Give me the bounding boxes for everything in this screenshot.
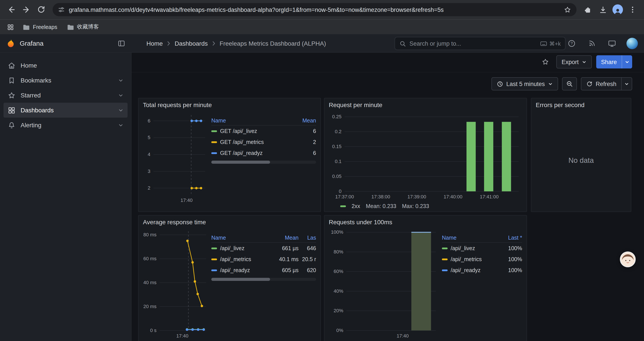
request-per-minute-chart[interactable]: 00.050.10.150.20.2517:37:0017:38:0017:39… — [329, 112, 522, 200]
breadcrumb-separator-icon — [212, 41, 216, 46]
legend-series[interactable]: /api/_metrics — [442, 254, 502, 265]
sidebar-item-bookmarks[interactable]: Bookmarks — [4, 73, 128, 88]
panel-title[interactable]: Errors per second — [531, 98, 631, 108]
no-data-message: No data — [536, 112, 626, 209]
under-100ms-chart[interactable]: 100%80%60%40%20%0%17:40 — [329, 229, 439, 339]
svg-text:0 s: 0 s — [150, 327, 156, 333]
svg-text:17:40: 17:40 — [397, 333, 409, 338]
legend-header-mean[interactable]: Mean — [274, 233, 298, 243]
back-button[interactable] — [4, 3, 18, 17]
kebab-menu-icon — [629, 6, 636, 14]
legend-series[interactable]: /api/_metrics — [211, 254, 274, 265]
average-response-chart[interactable]: 80 ms60 ms40 ms20 ms0 s17:40 — [143, 229, 209, 339]
breadcrumb-separator-icon — [167, 41, 171, 46]
legend-table: Name Mean GET /api/_livez 6 GET /api/_me… — [209, 116, 316, 209]
svg-text:60 ms: 60 ms — [143, 256, 156, 261]
legend-scrollbar[interactable] — [211, 161, 316, 164]
scrollbar-thumb[interactable] — [211, 278, 270, 281]
news-button[interactable] — [585, 37, 598, 50]
panel-title[interactable]: Requests under 100ms — [324, 215, 526, 226]
assistant-avatar[interactable] — [620, 251, 636, 267]
legend-mean-value: 661 µs — [274, 243, 298, 254]
svg-text:0.25: 0.25 — [332, 114, 342, 119]
star-outline-icon — [542, 58, 549, 66]
help-icon: ? — [568, 39, 576, 47]
series-swatch — [442, 269, 448, 271]
share-button[interactable]: Share — [596, 55, 622, 69]
profile-avatar — [612, 5, 623, 15]
legend-header-name[interactable]: Name — [442, 233, 502, 243]
collapse-sidebar-button[interactable] — [118, 39, 126, 47]
svg-text:?: ? — [570, 41, 573, 46]
share-button-group: Share — [596, 55, 632, 69]
legend-header-last[interactable]: Last * — [502, 233, 522, 243]
zoom-out-icon — [566, 80, 573, 87]
menu-button[interactable] — [626, 3, 640, 17]
panel-title[interactable]: Total requests per minute — [138, 98, 320, 108]
series-swatch — [211, 130, 217, 132]
legend-header-name[interactable]: Name — [211, 116, 296, 126]
legend-series[interactable]: GET /api/_readyz — [211, 147, 296, 158]
chevron-down-icon[interactable] — [118, 78, 124, 83]
legend-header-name[interactable]: Name — [211, 233, 274, 243]
chevron-down-icon[interactable] — [118, 107, 124, 113]
panel-title[interactable]: Average response time — [138, 215, 320, 226]
legend-mean: Mean: 0.233 — [366, 203, 396, 209]
back-icon — [7, 5, 16, 14]
legend-series[interactable]: 2xx — [352, 203, 360, 209]
share-menu-caret[interactable] — [622, 55, 632, 69]
series-swatch — [211, 269, 217, 271]
series-swatch — [211, 152, 217, 154]
keyboard-icon — [540, 41, 547, 46]
zoom-out-button[interactable] — [562, 77, 577, 90]
svg-text:17:39:00: 17:39:00 — [408, 194, 426, 199]
forward-button[interactable] — [19, 3, 33, 17]
sidebar-item-label: Starred — [20, 92, 41, 99]
apps-grid-icon[interactable] — [4, 21, 17, 33]
legend-header-last[interactable]: Las — [298, 233, 316, 243]
chevron-down-icon[interactable] — [118, 92, 124, 98]
search-input[interactable]: Search or jump to... ⌘+k — [394, 37, 566, 50]
help-button[interactable]: ? — [565, 37, 578, 50]
org-profile-button[interactable] — [626, 37, 639, 50]
profile-button[interactable] — [611, 3, 625, 17]
export-button[interactable]: Export — [556, 55, 592, 69]
time-range-picker[interactable]: Last 5 minutes — [492, 77, 558, 90]
legend-series[interactable]: GET /api/_metrics — [211, 137, 296, 147]
breadcrumb-home[interactable]: Home — [146, 40, 163, 47]
scrollbar-thumb[interactable] — [211, 161, 270, 164]
divider — [132, 72, 644, 72]
grafana-logo — [6, 39, 15, 48]
bookmarks-bar: Freeleaps 收藏博客 — [0, 19, 644, 34]
reload-button[interactable] — [34, 3, 48, 17]
url-bar[interactable]: grafana.mathmast.com/d/deytv4rwavabkb/fr… — [52, 3, 576, 16]
extensions-button[interactable] — [581, 3, 595, 17]
legend-series[interactable]: /api/_livez — [442, 243, 502, 254]
caret-down-icon — [625, 60, 630, 64]
kiosk-mode-button[interactable] — [606, 37, 618, 50]
refresh-button[interactable]: Refresh — [581, 78, 621, 90]
sidebar-item-dashboards[interactable]: Dashboards — [4, 103, 128, 118]
refresh-interval-caret[interactable] — [621, 78, 632, 90]
legend-series[interactable]: /api/_readyz — [211, 265, 274, 276]
bookmark-star-icon[interactable] — [564, 6, 571, 14]
svg-text:100%: 100% — [331, 229, 343, 235]
sidebar-item-starred[interactable]: Starred — [4, 88, 128, 103]
legend-series[interactable]: /api/_livez — [211, 243, 274, 254]
downloads-button[interactable] — [596, 3, 610, 17]
legend-series[interactable]: GET /api/_livez — [211, 126, 296, 137]
total-requests-chart[interactable]: 6543217:40 — [143, 112, 209, 204]
panel-errors-per-second: Errors per second No data — [531, 98, 631, 212]
panel-title[interactable]: Request per minute — [324, 98, 526, 108]
legend-series[interactable]: /api/_readyz — [442, 265, 502, 276]
breadcrumb-dashboards[interactable]: Dashboards — [175, 40, 208, 47]
favorite-dashboard-button[interactable] — [539, 55, 552, 69]
sidebar-item-home[interactable]: Home — [4, 58, 128, 73]
bookmark-folder-freeleaps[interactable]: Freeleaps — [19, 22, 61, 32]
chevron-down-icon[interactable] — [118, 122, 124, 128]
legend-scrollbar[interactable] — [211, 278, 316, 281]
bookmark-folder-blogs[interactable]: 收藏博客 — [63, 22, 102, 33]
site-info-icon[interactable] — [58, 6, 65, 13]
legend-header-mean[interactable]: Mean — [296, 116, 316, 126]
sidebar-item-alerting[interactable]: Alerting — [4, 118, 128, 133]
